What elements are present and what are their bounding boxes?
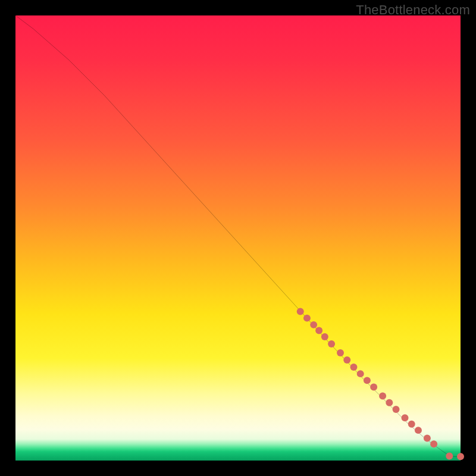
data-marker (303, 315, 311, 322)
data-marker (424, 435, 431, 442)
markers-layer (297, 308, 464, 460)
data-marker (393, 406, 400, 413)
data-marker (297, 308, 304, 315)
data-marker (379, 393, 386, 400)
chart-overlay (15, 15, 461, 461)
data-marker (315, 327, 322, 334)
data-marker (408, 421, 415, 428)
data-marker (321, 333, 328, 340)
data-marker (415, 427, 422, 434)
data-marker (457, 453, 464, 460)
data-marker (364, 377, 371, 384)
data-marker (430, 440, 437, 447)
data-marker (310, 321, 317, 328)
data-marker (402, 414, 409, 421)
chart-stage: TheBottleneck.com (0, 0, 476, 476)
data-marker (370, 384, 377, 391)
data-marker (343, 356, 350, 364)
data-marker (386, 399, 393, 406)
data-marker (350, 364, 357, 371)
data-marker (446, 453, 453, 460)
data-marker (357, 370, 364, 377)
data-marker (328, 340, 335, 347)
curve-path (15, 15, 461, 456)
curve-layer (15, 15, 461, 456)
data-marker (337, 349, 344, 356)
